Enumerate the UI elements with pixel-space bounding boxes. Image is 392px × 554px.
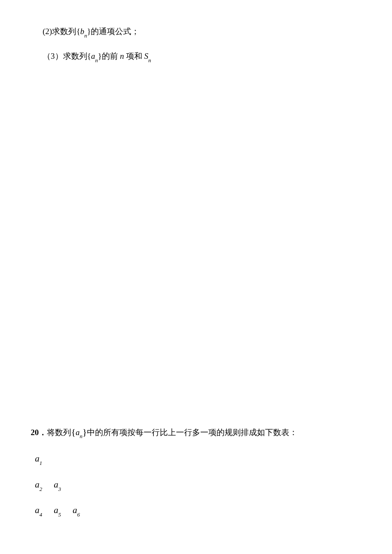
part2-seq: {bn} [76, 27, 91, 36]
triangle-row-2: a2 a3 [35, 478, 358, 492]
part2-text1: 求数列 [52, 27, 76, 36]
term-sub: 1 [40, 460, 43, 466]
seq-var: b [80, 27, 84, 36]
s-var: S [144, 52, 149, 61]
triangle-row-3: a4 a5 a6 [35, 504, 358, 518]
q20-number: 20． [31, 428, 47, 437]
term-a6: a6 [73, 504, 80, 518]
term-var: a [35, 453, 40, 464]
seq-sub: n [84, 32, 87, 39]
term-var: a [73, 505, 78, 515]
brace-open: { [76, 27, 80, 36]
blank-workspace [43, 75, 358, 425]
seq-sub: n [95, 57, 98, 63]
term-sub: 5 [58, 511, 61, 518]
term-a3: a3 [54, 478, 61, 492]
part2-prefix: (2) [43, 27, 52, 36]
brace-close: } [98, 52, 102, 61]
seq-var: a [91, 52, 95, 61]
term-a5: a5 [54, 504, 61, 518]
brace-close: } [83, 427, 87, 437]
q20-text2: 中的所有项按每一行比上一行多一项的规则排成如下数表： [87, 428, 297, 437]
term-sub: 3 [58, 486, 61, 492]
q20-seq: {an} [71, 428, 87, 437]
term-a1: a1 [35, 452, 42, 466]
term-var: a [54, 505, 58, 515]
term-sub: 2 [40, 486, 43, 492]
seq-sub: n [80, 433, 83, 439]
term-a4: a4 [35, 504, 42, 518]
part2-text2: 的通项公式； [91, 27, 139, 36]
q20-text1: 将数列 [47, 428, 71, 437]
term-sub: 6 [77, 511, 80, 518]
q19-part3: （3）求数列{an}的前 n 项和 Sn [43, 50, 358, 63]
q20-line: 20．将数列{an}中的所有项按每一行比上一行多一项的规则排成如下数表： [31, 425, 358, 439]
triangle-row-1: a1 [35, 452, 358, 466]
part3-prefix: （3） [43, 52, 63, 61]
term-a2: a2 [35, 478, 42, 492]
part3-seq: {an} [87, 52, 102, 61]
term-var: a [54, 479, 58, 490]
part3-text2: 的前 [102, 52, 118, 61]
n-var: n [120, 52, 124, 61]
s-sub: n [148, 57, 151, 63]
q19-part2: (2)求数列{bn}的通项公式； [43, 26, 358, 38]
part3-text1: 求数列 [63, 52, 87, 61]
brace-open: { [87, 52, 91, 61]
term-var: a [35, 505, 40, 515]
brace-open: { [71, 427, 76, 437]
part3-text3: 项和 [126, 52, 142, 61]
seq-var: a [76, 428, 80, 437]
term-sub: 4 [40, 511, 43, 518]
term-var: a [35, 479, 40, 490]
